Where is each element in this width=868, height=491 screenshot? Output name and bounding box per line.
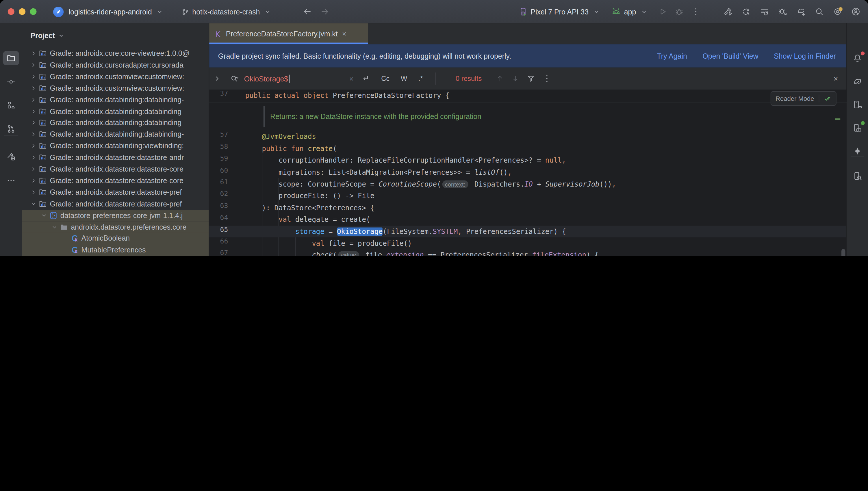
tree-row[interactable]: Gradle: androidx.databinding:databinding…	[22, 106, 209, 117]
inspections-ok-icon[interactable]	[823, 95, 831, 103]
code-line[interactable]: @JvmOverloads	[209, 131, 847, 143]
close-find-icon[interactable]: ×	[834, 74, 838, 83]
tree-row[interactable]: Gradle: androidx.datastore:datastore-pre…	[22, 198, 209, 209]
search-options-icon[interactable]	[230, 75, 239, 83]
sticky-line[interactable]: 37public actual object PreferenceDataSto…	[209, 90, 847, 102]
inspection-mark[interactable]	[835, 118, 840, 120]
project-folder-icon[interactable]	[3, 51, 19, 65]
code-line[interactable]: corruptionHandler: ReplaceFileCorruption…	[209, 154, 847, 166]
chevron-down-icon[interactable]	[40, 212, 47, 218]
project-selector[interactable]: logistics-rider-app-android	[69, 7, 163, 16]
editor-tab[interactable]: PreferenceDataStoreFactory.jvm.kt ×	[209, 23, 368, 44]
tree-row[interactable]: Gradle: androidx.cursoradapter:cursorada	[22, 59, 209, 71]
code-line[interactable]: val file = produceFile()	[209, 237, 847, 249]
device-explorer-icon[interactable]	[849, 169, 866, 183]
commit-icon[interactable]	[3, 75, 19, 89]
tree-row[interactable]: Gradle: androidx.datastore:datastore-and…	[22, 152, 209, 163]
navigate-forward-button[interactable]	[321, 7, 330, 16]
chevron-right-icon[interactable]	[30, 74, 36, 80]
sync-alphabetical-icon[interactable]	[742, 7, 751, 16]
tree-row[interactable]: Gradle: androidx.datastore:datastore-cor…	[22, 175, 209, 186]
chevron-right-icon[interactable]	[30, 143, 36, 149]
newline-icon[interactable]	[361, 75, 369, 83]
maximize-window-button[interactable]	[30, 8, 36, 15]
reader-mode-widget[interactable]: Reader Mode	[771, 91, 836, 106]
code-editor[interactable]: Reader Mode Returns: a new DataStore ins…	[209, 90, 847, 256]
gradle-sync-icon[interactable]	[796, 7, 806, 16]
filter-icon[interactable]	[527, 75, 535, 83]
search-icon[interactable]	[815, 7, 824, 16]
more-options-icon[interactable]	[543, 74, 552, 83]
gemini-sparkle-icon[interactable]	[849, 144, 866, 158]
device-selector[interactable]: Pixel 7 Pro API 33	[519, 7, 599, 16]
chevron-right-icon[interactable]	[30, 120, 36, 126]
open-build-view-link[interactable]: Open 'Build' View	[702, 52, 758, 60]
more-horizontal-icon[interactable]	[3, 173, 19, 188]
navigate-back-button[interactable]	[303, 7, 312, 16]
tree-row[interactable]: Gradle: androidx.databinding:databinding…	[22, 128, 209, 140]
find-toggle-w[interactable]: W	[397, 75, 411, 83]
running-devices-icon[interactable]	[849, 121, 866, 135]
find-input[interactable]: OkioStorage$	[244, 74, 349, 84]
vcs-branch-widget[interactable]: hotix-datastore-crash	[182, 7, 271, 16]
build-tool-window-icon[interactable]	[3, 149, 19, 164]
code-line[interactable]: val delegate = create(	[209, 214, 847, 226]
settings-icon[interactable]	[833, 7, 842, 16]
attach-debugger-icon[interactable]	[778, 7, 787, 16]
build-run-icon[interactable]	[724, 7, 732, 16]
debug-button[interactable]	[675, 7, 684, 16]
run-configuration-selector[interactable]: app	[612, 7, 647, 16]
tree-row[interactable]: PreferenceDataStore	[22, 256, 209, 256]
try-again-link[interactable]: Try Again	[657, 52, 687, 60]
chevron-down-icon[interactable]	[51, 224, 57, 230]
code-line[interactable]: check(value: file.extension == Preferenc…	[209, 249, 847, 256]
chevron-down-icon[interactable]	[30, 201, 36, 207]
chevron-right-icon[interactable]	[30, 62, 36, 68]
chevron-right-icon[interactable]	[30, 166, 36, 172]
tree-row[interactable]: Gradle: androidx.customview:customview:	[22, 71, 209, 82]
chevron-right-icon[interactable]	[30, 154, 36, 161]
project-panel-header[interactable]: Project	[22, 23, 209, 47]
code-line[interactable]: storage = OkioStorage(FileSystem.SYSTEM,…	[209, 226, 847, 237]
expand-find-icon[interactable]	[214, 76, 220, 82]
tree-row[interactable]: Gradle: androidx.databinding:databinding…	[22, 117, 209, 128]
previous-occurrence-icon[interactable]	[496, 75, 504, 83]
code-line[interactable]: ): DataStore<Preferences> {	[209, 202, 847, 214]
profile-icon[interactable]	[851, 7, 861, 16]
find-toggle-cc[interactable]: Cc	[378, 75, 393, 83]
tree-row[interactable]: Gradle: androidx.datastore:datastore-pre…	[22, 186, 209, 198]
tree-row[interactable]: datastore-preferences-core-jvm-1.1.4.j	[22, 209, 209, 221]
chevron-right-icon[interactable]	[30, 132, 36, 138]
tree-row[interactable]: androidx.datastore.preferences.core	[22, 221, 209, 232]
code-line[interactable]: produceFile: () -> File	[209, 190, 847, 202]
device-manager-icon[interactable]	[849, 97, 866, 112]
tree-row[interactable]: MutablePreferences	[22, 244, 209, 256]
chevron-right-icon[interactable]	[30, 189, 36, 195]
find-toggle-regex[interactable]: .*	[415, 75, 426, 83]
chevron-right-icon[interactable]	[30, 50, 36, 56]
clear-search-icon[interactable]: ×	[349, 75, 354, 83]
tree-row[interactable]: AtomicBoolean	[22, 232, 209, 244]
run-button[interactable]	[658, 7, 667, 16]
tree-row[interactable]: Gradle: androidx.datastore:datastore-cor…	[22, 163, 209, 175]
show-log-in-finder-link[interactable]: Show Log in Finder	[774, 52, 836, 60]
chevron-right-icon[interactable]	[30, 85, 36, 91]
pull-requests-icon[interactable]	[3, 122, 19, 136]
tree-row[interactable]: Gradle: androidx.core:core-viewtree:1.0.…	[22, 48, 209, 59]
chevron-right-icon[interactable]	[30, 108, 36, 114]
structure-icon[interactable]	[3, 98, 19, 112]
next-occurrence-icon[interactable]	[512, 75, 520, 83]
close-tab-icon[interactable]: ×	[342, 29, 346, 38]
more-actions-button[interactable]	[692, 7, 700, 16]
code-line[interactable]: scope: CoroutineScope = CoroutineScope(c…	[209, 178, 847, 190]
chevron-right-icon[interactable]	[30, 178, 36, 184]
chevron-right-icon[interactable]	[30, 96, 36, 103]
code-line[interactable]: public fun create(	[209, 143, 847, 154]
minimize-window-button[interactable]	[19, 8, 25, 15]
code-line[interactable]: migrations: List<DataMigration<Preferenc…	[209, 166, 847, 178]
tree-row[interactable]: Gradle: androidx.databinding:databinding…	[22, 94, 209, 106]
gradle-icon[interactable]	[849, 75, 866, 89]
build-variants-icon[interactable]	[760, 7, 769, 16]
tree-row[interactable]: Gradle: androidx.customview:customview:	[22, 82, 209, 94]
close-window-button[interactable]	[8, 8, 15, 15]
